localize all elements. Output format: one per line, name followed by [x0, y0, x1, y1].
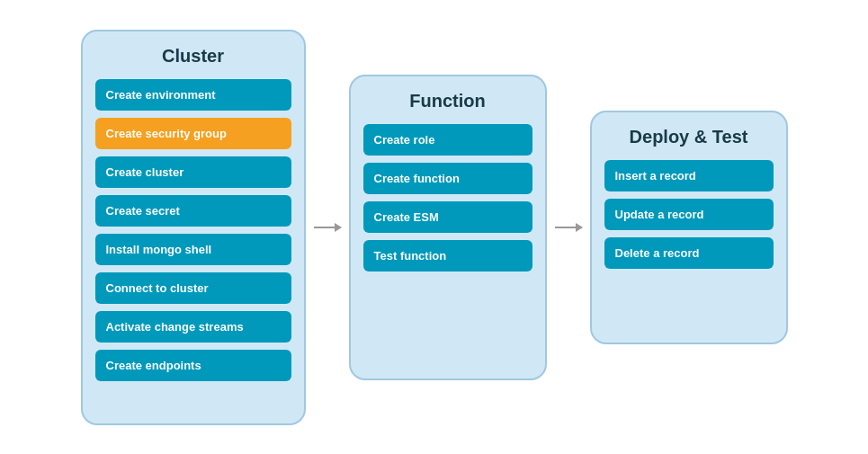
deploy-title: Deploy & Test [630, 127, 748, 147]
function-step-2[interactable]: Create ESM [363, 201, 532, 233]
cluster-step-7[interactable]: Create endpoints [95, 350, 291, 381]
deploy-step-2[interactable]: Delete a record [604, 237, 774, 269]
function-column: Function Create roleCreate functionCreat… [349, 75, 547, 380]
arrow-1 [306, 227, 349, 228]
arrow-line-1 [314, 227, 341, 228]
cluster-step-3[interactable]: Create secret [95, 195, 291, 227]
cluster-step-6[interactable]: Activate change streams [95, 311, 291, 343]
cluster-step-5[interactable]: Connect to cluster [95, 272, 291, 304]
function-step-0[interactable]: Create role [363, 124, 532, 156]
arrow-2 [547, 227, 590, 228]
function-steps: Create roleCreate functionCreate ESMTest… [363, 124, 532, 272]
function-step-1[interactable]: Create function [363, 163, 532, 194]
cluster-step-4[interactable]: Install mongo shell [95, 234, 291, 265]
diagram-container: Cluster Create environmentCreate securit… [0, 0, 868, 454]
deploy-column: Deploy & Test Insert a recordUpdate a re… [590, 111, 788, 344]
cluster-step-2[interactable]: Create cluster [95, 156, 291, 188]
function-title: Function [409, 91, 485, 111]
cluster-step-1[interactable]: Create security group [95, 118, 291, 149]
cluster-steps: Create environmentCreate security groupC… [95, 79, 291, 381]
cluster-column: Cluster Create environmentCreate securit… [81, 30, 306, 425]
cluster-title: Cluster [162, 46, 224, 67]
deploy-step-0[interactable]: Insert a record [604, 160, 774, 191]
deploy-steps: Insert a recordUpdate a recordDelete a r… [604, 160, 774, 269]
function-step-3[interactable]: Test function [363, 240, 532, 272]
arrow-line-2 [555, 227, 582, 228]
deploy-step-1[interactable]: Update a record [604, 199, 774, 230]
cluster-step-0[interactable]: Create environment [95, 79, 291, 111]
